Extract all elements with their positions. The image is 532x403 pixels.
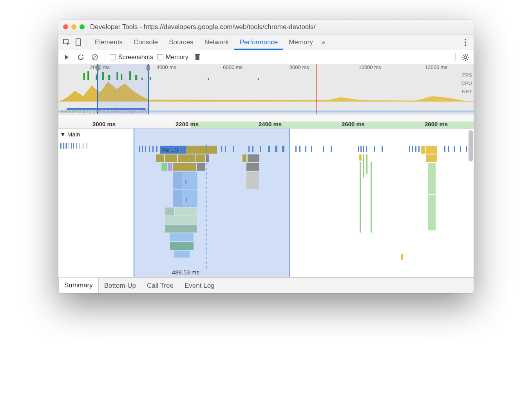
- tab-call-tree[interactable]: Call Tree: [141, 278, 179, 293]
- flame-scrollbar[interactable]: [469, 130, 473, 162]
- performance-toolbar: Screenshots Memory: [58, 50, 474, 64]
- tab-summary[interactable]: Summary: [58, 278, 99, 293]
- overview-tick: 12000 ms: [425, 64, 447, 70]
- screenshots-checkbox[interactable]: Screenshots: [110, 54, 153, 61]
- trash-icon[interactable]: [192, 52, 203, 62]
- window-titlebar[interactable]: Developer Tools - https://developers.goo…: [58, 20, 474, 34]
- svg-rect-51: [149, 146, 150, 152]
- svg-rect-90: [196, 154, 205, 162]
- tab-bottom-up[interactable]: Bottom-Up: [99, 278, 141, 293]
- overview-selection[interactable]: [97, 64, 149, 114]
- timeline-overview[interactable]: 2000 ms 4000 ms 6000 ms 8000 ms 10000 ms…: [58, 64, 474, 114]
- toggle-device-icon[interactable]: [72, 36, 84, 48]
- svg-rect-89: [178, 154, 195, 162]
- close-icon[interactable]: [63, 24, 68, 29]
- svg-rect-54: [221, 146, 222, 152]
- svg-rect-43: [73, 143, 74, 149]
- svg-rect-93: [248, 154, 259, 162]
- devtools-window: Developer Tools - https://developers.goo…: [58, 20, 474, 293]
- overview-tick: 6000 ms: [223, 64, 242, 70]
- tab-memory[interactable]: Memory: [283, 34, 318, 50]
- inspect-element-icon[interactable]: [61, 36, 72, 48]
- svg-rect-41: [69, 143, 69, 149]
- overview-tick: 8000 ms: [290, 64, 309, 70]
- svg-rect-8: [195, 55, 199, 60]
- svg-line-19: [467, 54, 468, 55]
- record-icon[interactable]: [62, 52, 72, 62]
- flame-chart-canvas[interactable]: Par…]): [92, 129, 474, 277]
- svg-rect-121: [174, 251, 190, 258]
- clear-icon[interactable]: [90, 52, 100, 62]
- tab-overflow[interactable]: »: [318, 34, 328, 50]
- tab-event-log[interactable]: Event Log: [179, 278, 220, 293]
- main-track-label: Main: [67, 131, 80, 138]
- svg-rect-38: [63, 143, 64, 149]
- flame-s-label: s: [185, 179, 188, 185]
- minimize-icon[interactable]: [71, 24, 76, 29]
- svg-rect-96: [366, 154, 367, 174]
- ruler-tick: 2200 ms: [176, 121, 199, 127]
- tab-console[interactable]: Console: [128, 34, 163, 50]
- flame-chart-area: ▼ Main: [58, 129, 474, 278]
- ruler-tick: 2800 ms: [425, 121, 448, 127]
- svg-rect-74: [382, 146, 383, 152]
- tab-network[interactable]: Network: [199, 34, 234, 50]
- flame-left-ticks: [60, 143, 93, 155]
- tab-elements[interactable]: Elements: [89, 34, 128, 50]
- settings-gear-icon[interactable]: [460, 52, 470, 62]
- svg-rect-72: [366, 146, 367, 152]
- memory-checkbox-input[interactable]: [157, 54, 163, 60]
- svg-point-3: [465, 39, 466, 40]
- svg-rect-68: [331, 146, 332, 152]
- svg-line-17: [467, 59, 468, 60]
- svg-rect-107: [173, 163, 196, 171]
- divider: [105, 53, 105, 61]
- svg-rect-109: [246, 163, 259, 171]
- svg-rect-77: [415, 146, 416, 152]
- svg-rect-117: [165, 216, 197, 224]
- svg-rect-86: [207, 146, 217, 154]
- zoom-icon[interactable]: [80, 24, 85, 29]
- svg-rect-20: [83, 73, 85, 80]
- flame-measure-label: 488.53 ms: [172, 269, 199, 276]
- reload-icon[interactable]: [76, 52, 86, 62]
- tab-performance[interactable]: Performance: [234, 34, 283, 50]
- svg-rect-76: [412, 146, 413, 152]
- svg-rect-120: [170, 242, 194, 250]
- svg-rect-30: [150, 77, 151, 80]
- svg-line-7: [93, 55, 97, 59]
- svg-rect-71: [363, 146, 364, 152]
- svg-rect-50: [145, 146, 146, 152]
- svg-rect-47: [87, 143, 87, 149]
- memory-checkbox[interactable]: Memory: [157, 54, 188, 61]
- divider: [455, 53, 456, 61]
- ruler-tick: 2400 ms: [259, 121, 282, 127]
- svg-rect-119: [170, 233, 194, 241]
- svg-rect-116: [175, 207, 197, 215]
- overview-marker-line: [316, 64, 317, 114]
- svg-rect-83: [466, 146, 467, 152]
- svg-rect-62: [282, 146, 284, 152]
- main-track-toggle[interactable]: ▼ Main: [60, 131, 90, 138]
- screenshots-checkbox-input[interactable]: [110, 54, 116, 60]
- svg-rect-104: [371, 162, 372, 233]
- svg-rect-44: [76, 143, 77, 149]
- svg-line-16: [463, 54, 464, 55]
- tab-sources[interactable]: Sources: [163, 34, 199, 50]
- svg-rect-101: [428, 195, 436, 231]
- svg-rect-114: [182, 191, 197, 206]
- overview-handle-right[interactable]: [147, 65, 150, 71]
- overview-handle-left[interactable]: [96, 65, 100, 71]
- more-menu-icon[interactable]: [460, 36, 471, 48]
- svg-rect-108: [197, 163, 205, 171]
- svg-rect-81: [454, 146, 455, 152]
- svg-rect-37: [62, 143, 62, 149]
- timeline-ruler[interactable]: 2000 ms 2200 ms 2400 ms 2600 ms 2800 ms …: [58, 114, 474, 129]
- svg-rect-75: [409, 146, 410, 152]
- svg-rect-40: [66, 143, 67, 149]
- svg-rect-36: [60, 143, 61, 149]
- svg-rect-61: [275, 146, 277, 152]
- svg-rect-99: [426, 154, 437, 162]
- svg-rect-57: [248, 146, 250, 152]
- svg-rect-55: [225, 146, 226, 152]
